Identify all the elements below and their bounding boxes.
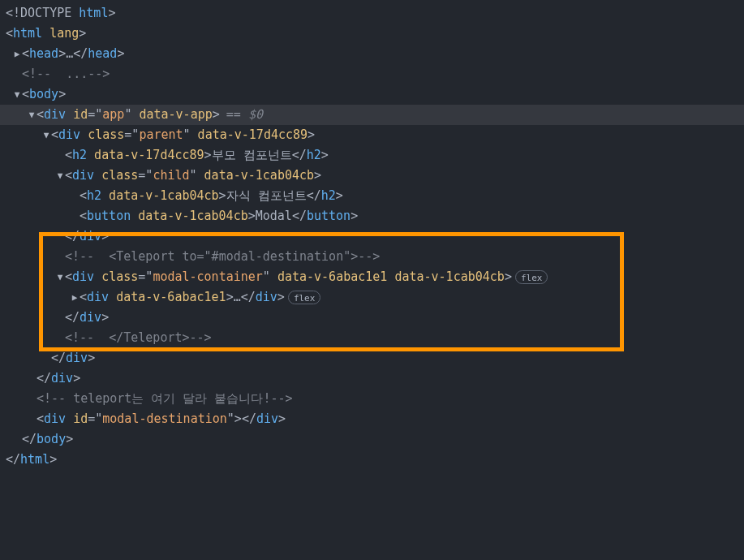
- code-line[interactable]: ▼<div class="parent" data-v-17d4cc89>: [0, 125, 744, 145]
- code-line[interactable]: </div>: [0, 348, 744, 368]
- collapse-arrow-icon[interactable]: ▼: [55, 267, 65, 287]
- code-line[interactable]: ▼<div class="modal-container" data-v-6ab…: [0, 267, 744, 287]
- code-line[interactable]: <html lang>: [0, 24, 744, 44]
- code-line[interactable]: ▼<div class="child" data-v-1cab04cb>: [0, 166, 744, 186]
- code-line[interactable]: <!-- </Teleport>-->: [0, 328, 744, 348]
- code-line-selected[interactable]: ▼<div id="app" data-v-app>== $0: [0, 105, 744, 125]
- code-line[interactable]: </div>: [0, 368, 744, 389]
- collapse-arrow-icon[interactable]: ▼: [41, 125, 51, 145]
- collapse-arrow-icon[interactable]: ▼: [27, 105, 37, 125]
- code-line[interactable]: <!-- <Teleport to="#modal-destination">-…: [0, 247, 744, 267]
- code-line[interactable]: <h2 data-v-17d4cc89>부모 컴포넌트</h2>: [0, 145, 744, 166]
- code-line[interactable]: </div>: [0, 308, 744, 328]
- code-line[interactable]: </div>: [0, 226, 744, 247]
- flex-badge: flex: [515, 270, 548, 284]
- flex-badge: flex: [288, 291, 321, 304]
- code-line[interactable]: ▼<body>: [0, 84, 744, 105]
- code-line[interactable]: <div id="modal-destination"></div>: [0, 409, 744, 429]
- code-line[interactable]: <!DOCTYPE html>: [0, 3, 744, 24]
- code-line[interactable]: ▶<head>…</head>: [0, 44, 744, 64]
- code-line[interactable]: <button data-v-1cab04cb>Modal</button>: [0, 206, 744, 226]
- expand-arrow-icon[interactable]: ▶: [70, 287, 80, 308]
- code-line[interactable]: </html>: [0, 450, 744, 470]
- expand-arrow-icon[interactable]: ▶: [12, 44, 22, 64]
- elements-panel[interactable]: <!DOCTYPE html> <html lang> ▶<head>…</he…: [0, 0, 744, 470]
- code-line[interactable]: <h2 data-v-1cab04cb>자식 컴포넌트</h2>: [0, 186, 744, 206]
- code-line[interactable]: <!-- ...-->: [0, 64, 744, 84]
- code-line[interactable]: </body>: [0, 429, 744, 450]
- collapse-arrow-icon[interactable]: ▼: [12, 84, 22, 105]
- code-line[interactable]: ▶<div data-v-6abac1e1>…</div>flex: [0, 287, 744, 308]
- collapse-arrow-icon[interactable]: ▼: [55, 166, 65, 186]
- code-line[interactable]: <!-- teleport는 여기 달라 붙습니다!-->: [0, 389, 744, 409]
